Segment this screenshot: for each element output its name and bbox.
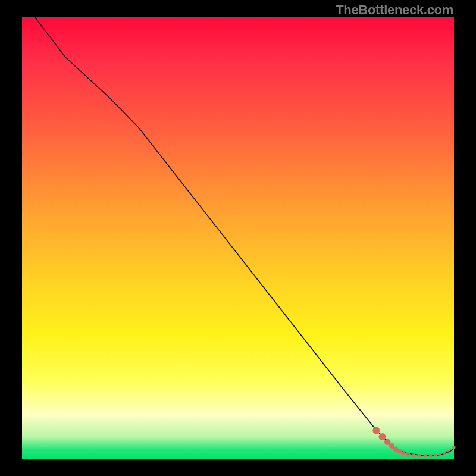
data-point [424,454,427,458]
data-points-group [372,427,455,458]
data-point [446,450,449,452]
data-point [439,453,441,456]
bottleneck-curve [35,17,454,456]
data-point [406,453,410,456]
data-point [397,449,402,454]
data-point [412,453,415,457]
data-point [434,454,437,457]
data-point [384,439,390,445]
chart-overlay [22,17,454,459]
data-point [429,454,433,458]
data-point [402,451,406,455]
data-point [372,427,380,434]
chart-frame: TheBottleneck.com [0,0,476,476]
data-point [379,433,386,440]
data-point [418,454,421,458]
data-point [452,446,455,449]
watermark-text: TheBottleneck.com [336,2,453,18]
data-point [450,448,452,450]
data-point [443,452,445,454]
